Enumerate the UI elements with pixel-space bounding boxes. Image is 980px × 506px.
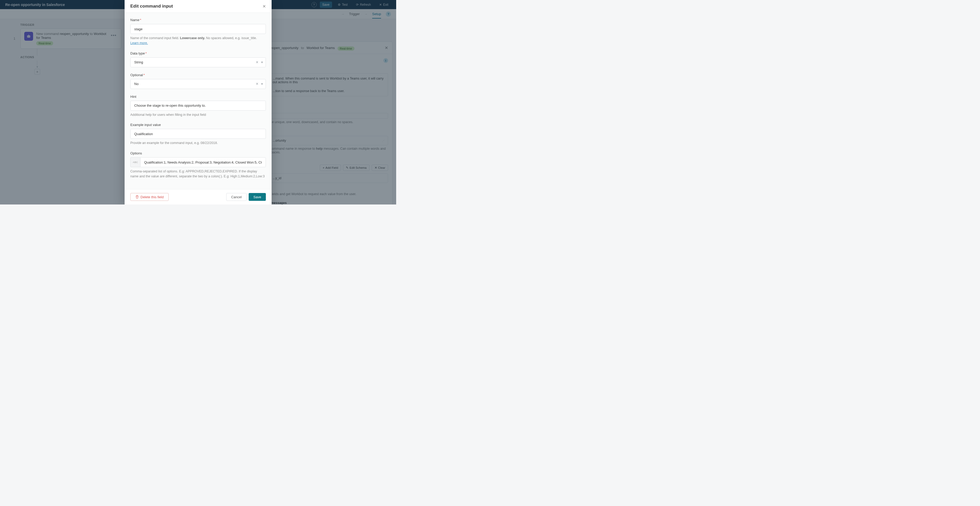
datatype-select[interactable]: String ✕ ▾ [130,57,266,67]
name-label-text: Name [130,18,140,22]
chevron-down-icon[interactable]: ▾ [261,82,263,86]
name-input[interactable] [130,24,266,34]
example-input[interactable] [130,129,266,139]
hint-input[interactable] [130,101,266,110]
hint-label: Hint [130,95,266,99]
optional-select[interactable]: No ✕ ▾ [130,79,266,89]
modal-save-button[interactable]: Save [249,193,266,201]
modal-close-button[interactable]: ✕ [262,4,266,9]
modal-header: Edit command input ✕ [124,0,272,13]
name-help-post: No spaces allowed, e.g. issue_title. [205,36,257,40]
name-help-bold: Lowercase only. [180,36,205,40]
learn-more-link[interactable]: Learn more. [130,41,148,45]
field-example-group: Example input value Provide an example f… [130,123,266,145]
options-type-icon: ABC [130,157,140,167]
cancel-button[interactable]: Cancel [226,193,247,201]
example-help: Provide an example for the command input… [130,140,266,145]
field-datatype-group: Data type* String ✕ ▾ [130,51,266,67]
example-label: Example input value [130,123,266,127]
modal-overlay: Edit command input ✕ Name* Name of the c… [0,0,396,204]
field-optional-group: Optional* No ✕ ▾ [130,73,266,89]
field-name-group: Name* Name of the command input field. L… [130,18,266,46]
modal-title: Edit command input [130,4,173,9]
chevron-down-icon[interactable]: ▾ [261,60,263,64]
name-label: Name* [130,18,266,22]
field-options-group: Options ABC Comma-separated list of opti… [130,151,266,179]
datatype-label: Data type* [130,51,266,55]
modal-body: Name* Name of the command input field. L… [124,13,272,189]
name-help-pre: Name of the command input field. [130,36,180,40]
options-label: Options [130,151,266,155]
clear-icon[interactable]: ✕ [256,60,259,64]
delete-label: Delete this field [140,195,164,199]
edit-command-input-modal: Edit command input ✕ Name* Name of the c… [124,0,272,204]
delete-field-button[interactable]: Delete this field [130,193,169,201]
datatype-value: String [134,60,143,64]
optional-label-text: Optional [130,73,143,77]
hint-help: Additional help for users when filling i… [130,112,266,117]
options-help: Comma-separated list of options. E.g: AP… [130,169,266,179]
options-input[interactable] [140,157,266,167]
optional-value: No [134,82,138,86]
datatype-label-text: Data type [130,51,145,55]
trash-icon [135,195,139,199]
name-help: Name of the command input field. Lowerca… [130,36,266,46]
field-hint-group: Hint Additional help for users when fill… [130,95,266,117]
modal-footer: Delete this field Cancel Save [124,189,272,204]
options-row: ABC [130,157,266,167]
clear-icon[interactable]: ✕ [256,82,259,86]
optional-label: Optional* [130,73,266,77]
